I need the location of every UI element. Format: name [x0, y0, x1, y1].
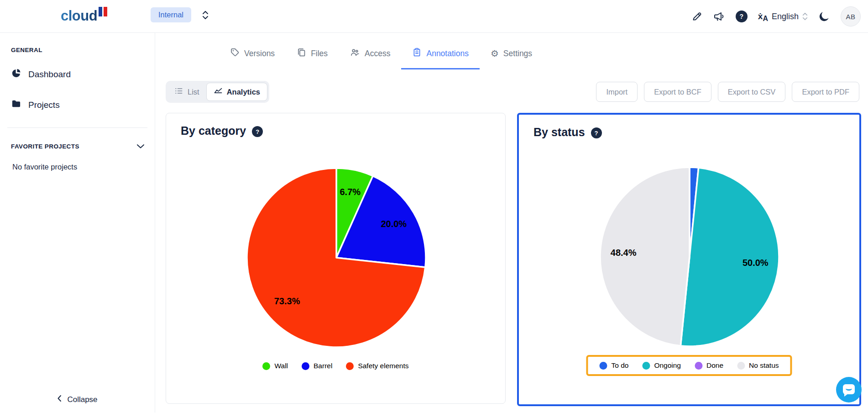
- tab-annotations[interactable]: Annotations: [401, 42, 479, 69]
- french-flag-icon: [99, 7, 107, 16]
- pie-data-label: 6.7%: [340, 187, 361, 197]
- pie-data-label: 50.0%: [743, 258, 769, 268]
- legend-item-safety-elements[interactable]: Safety elements: [346, 362, 408, 370]
- chat-icon: [843, 384, 855, 394]
- legend-dot-icon: [599, 362, 607, 370]
- legend-item-ongoing[interactable]: Ongoing: [642, 361, 681, 370]
- legend-dot-icon: [346, 362, 354, 370]
- legend-item-barrel[interactable]: Barrel: [302, 362, 332, 370]
- export-csv-button[interactable]: Export to CSV: [718, 82, 786, 102]
- dark-mode-moon-icon[interactable]: [818, 11, 830, 22]
- list-icon: [174, 86, 183, 97]
- dashboard-pie-icon: [11, 68, 21, 81]
- category-legend: WallBarrelSafety elements: [166, 362, 505, 370]
- translate-icon: ẋA: [758, 11, 768, 21]
- collapse-label: Collapse: [67, 395, 97, 404]
- legend-item-to-do[interactable]: To do: [599, 361, 628, 370]
- status-legend-highlighted: To doOngoingDoneNo status: [586, 355, 792, 376]
- view-toggle: List Analytics: [166, 81, 269, 103]
- category-pie-chart: 6.7%20.0%73.3%: [245, 166, 428, 349]
- export-bcf-button[interactable]: Export to BCF: [644, 82, 711, 102]
- collapse-button[interactable]: Collapse: [0, 395, 155, 404]
- sidebar-item-projects[interactable]: Projects: [0, 99, 155, 111]
- sidebar-divider: [7, 127, 147, 128]
- tab-versions[interactable]: Versions: [219, 42, 286, 69]
- view-toggle-analytics[interactable]: Analytics: [206, 83, 267, 101]
- legend-label: To do: [611, 361, 628, 370]
- logo[interactable]: cloud: [61, 8, 107, 24]
- legend-item-no-status[interactable]: No status: [737, 361, 779, 370]
- charts-row: By category ? 6.7%20.0%73.3% WallBarrelS…: [166, 113, 868, 406]
- card-title: By status: [533, 126, 585, 139]
- favorites-title: FAVORITE PROJECTS: [11, 143, 79, 150]
- status-help-icon[interactable]: ?: [591, 127, 602, 138]
- main-content: Versions Files Access: [155, 33, 868, 413]
- avatar[interactable]: AB: [841, 6, 861, 26]
- tab-settings[interactable]: ⚙ Settings: [480, 42, 543, 69]
- edit-pencil-icon[interactable]: [691, 11, 703, 22]
- import-button[interactable]: Import: [596, 82, 638, 102]
- workspace-badge[interactable]: Internal: [151, 7, 191, 22]
- legend-dot-icon: [302, 362, 309, 370]
- view-toggle-label: List: [188, 88, 199, 96]
- legend-dot-icon: [737, 362, 745, 370]
- sidebar-section-favorites[interactable]: FAVORITE PROJECTS: [0, 142, 155, 150]
- category-help-icon[interactable]: ?: [252, 126, 263, 137]
- files-icon: [297, 48, 306, 59]
- tab-bar: Versions Files Access: [219, 42, 868, 69]
- clipboard-icon: [412, 48, 422, 59]
- tab-access[interactable]: Access: [339, 42, 401, 69]
- workspace-switcher-icon[interactable]: [202, 11, 209, 19]
- gear-icon: ⚙: [491, 49, 499, 58]
- favorites-empty-text: No favorite projects: [0, 163, 155, 171]
- legend-dot-icon: [695, 362, 702, 370]
- legend-item-wall[interactable]: Wall: [262, 362, 288, 370]
- export-pdf-button[interactable]: Export to PDF: [792, 82, 859, 102]
- sidebar-item-dashboard[interactable]: Dashboard: [0, 69, 155, 80]
- sidebar-section-general: GENERAL: [0, 47, 155, 53]
- app-window: cloud Internal ? ẋA English: [0, 0, 868, 413]
- help-icon[interactable]: ?: [736, 11, 748, 22]
- chat-launcher-button[interactable]: [836, 377, 862, 402]
- users-icon: [350, 48, 360, 59]
- by-status-card: By status ? 50.0%48.4% To doOngoingDoneN…: [517, 113, 861, 406]
- legend-label: Done: [706, 361, 723, 370]
- workspace-switcher: Internal: [151, 7, 209, 22]
- tab-label: Files: [311, 49, 328, 58]
- analytics-icon: [214, 86, 223, 97]
- tab-files[interactable]: Files: [286, 42, 339, 69]
- annotations-toolbar: List Analytics Import Export to BCF Expo…: [166, 81, 859, 103]
- legend-label: Safety elements: [358, 362, 408, 370]
- by-category-card: By category ? 6.7%20.0%73.3% WallBarrelS…: [166, 113, 506, 404]
- language-chevron-icon: [802, 13, 808, 20]
- logo-text: cloud: [61, 8, 97, 24]
- pie-data-label: 73.3%: [274, 296, 300, 306]
- tab-label: Settings: [503, 49, 532, 58]
- legend-label: Wall: [274, 362, 288, 370]
- folder-icon: [11, 99, 21, 111]
- tab-label: Annotations: [426, 49, 468, 58]
- legend-dot-icon: [642, 362, 650, 370]
- chevron-down-icon[interactable]: [136, 142, 145, 150]
- top-bar: cloud Internal ? ẋA English: [0, 0, 868, 33]
- legend-label: Ongoing: [654, 361, 681, 370]
- megaphone-icon[interactable]: [713, 11, 725, 22]
- pie-data-label: 48.4%: [611, 248, 637, 258]
- tab-label: Access: [365, 49, 390, 58]
- language-selector[interactable]: ẋA English: [758, 11, 808, 21]
- sidebar-item-label: Dashboard: [28, 69, 71, 79]
- sidebar-item-label: Projects: [28, 100, 60, 110]
- legend-item-done[interactable]: Done: [695, 361, 723, 370]
- tag-icon: [230, 48, 240, 59]
- language-label: English: [772, 12, 799, 21]
- chevron-left-icon: [57, 395, 62, 404]
- status-pie-chart: 50.0%48.4%: [598, 165, 781, 348]
- card-title: By category: [181, 124, 246, 138]
- pie-slice-ongoing[interactable]: [680, 168, 779, 346]
- sidebar: GENERAL Dashboard Projects: [0, 33, 155, 413]
- export-actions: Import Export to BCF Export to CSV Expor…: [596, 82, 859, 102]
- legend-label: Barrel: [314, 362, 332, 370]
- legend-label: No status: [749, 361, 779, 370]
- view-toggle-list[interactable]: List: [167, 83, 206, 101]
- tab-label: Versions: [244, 49, 275, 58]
